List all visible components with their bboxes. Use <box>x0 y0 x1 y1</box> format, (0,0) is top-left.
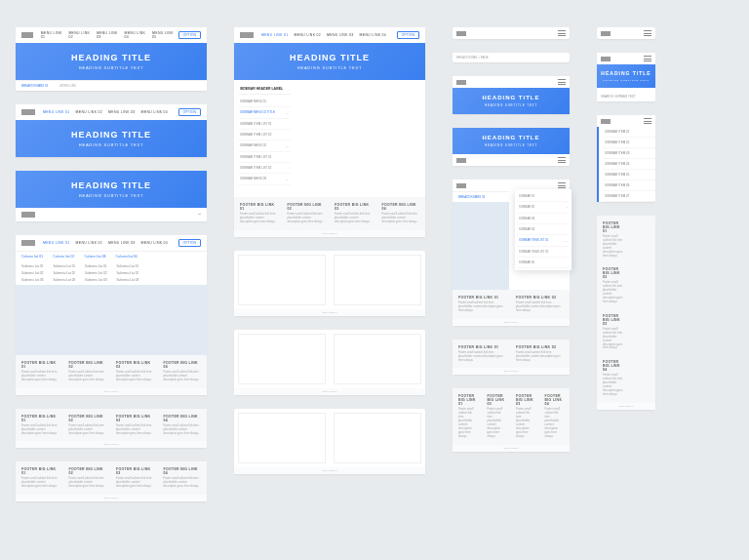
nav-link[interactable]: MENU LINK 01 <box>43 241 70 245</box>
mobile-menu-item[interactable]: SIDEBAR ITEM 07 <box>603 191 655 202</box>
cell[interactable]: Submenu List 03 <box>117 278 139 282</box>
col-header[interactable]: Column list 04 <box>116 255 138 259</box>
footer-head[interactable]: FOOTER BIG LINK 01 <box>458 345 506 349</box>
dropdown-item[interactable]: SIDEBAR 03 <box>517 214 570 224</box>
footer-head[interactable]: FOOTER BIG LINK 04 <box>603 360 624 372</box>
mobile-menu-item[interactable]: SIDEBAR ITEM 05 <box>603 170 655 180</box>
dropdown-item[interactable]: SIDEBAR 05 <box>517 258 570 268</box>
nav-link[interactable]: MENU LINK 02 <box>68 31 91 39</box>
sidebar-item[interactable]: SIDEBAR ITEM LIST 01 <box>238 119 291 130</box>
nav-link[interactable]: MENU LINK 03 <box>108 241 136 245</box>
cta-button[interactable]: OPTION <box>178 31 201 39</box>
menu-icon[interactable] <box>558 79 566 85</box>
menu-icon[interactable] <box>644 56 651 61</box>
cell[interactable]: Submenu List 03 <box>21 278 44 282</box>
footer-head[interactable]: FOOTER BIG LINK 02 <box>488 394 507 406</box>
footer-head[interactable]: FOOTER BIG LINK 02 <box>288 203 326 211</box>
cell[interactable]: Submenu List 01 <box>85 264 107 268</box>
footer-head[interactable]: FOOTER BIG LINK 04 <box>164 467 202 475</box>
col-header[interactable]: Column list 02 <box>53 255 74 259</box>
footer: FOOTER BIG LINK 01Footer small subtext l… <box>16 355 207 388</box>
footer-head[interactable]: FOOTER BIG LINK 03 <box>603 314 624 326</box>
footer-head[interactable]: FOOTER BIG LINK 01 <box>21 415 59 422</box>
footer-head[interactable]: FOOTER BIG LINK 01 <box>21 361 59 369</box>
sidebar-item[interactable]: SIDEBAR ITEM LIST 02 <box>238 163 291 174</box>
footer-head[interactable]: FOOTER BIG LINK 02 <box>69 415 107 422</box>
col-header[interactable]: Column list 01 <box>21 255 43 259</box>
footer-head[interactable]: FOOTER BIG LINK 01 <box>458 394 478 406</box>
mobile-menu-item[interactable]: SIDEBAR ITEM 01 <box>603 127 655 138</box>
nav-link[interactable]: MENU LINK 04 <box>141 110 169 114</box>
mobile-menu-item[interactable]: SIDEBAR ITEM 02 <box>603 138 655 148</box>
mobile-menu-item[interactable]: SIDEBAR ITEM 06 <box>603 180 655 191</box>
footer-head[interactable]: FOOTER BIG LINK 01 <box>21 467 59 475</box>
mobile-menu-item[interactable]: SIDEBAR ITEM 04 <box>603 159 655 170</box>
sidebar-item[interactable]: SIDEBAR ITEM LIST 02 <box>238 130 291 140</box>
footer-head[interactable]: FOOTER BIG LINK 01 <box>240 203 278 211</box>
menu-icon[interactable] <box>644 118 651 124</box>
mobile-menu-item[interactable]: SIDEBAR ITEM 03 <box>603 148 655 159</box>
sidebar-item[interactable]: SIDEBAR MENU 02⌄ <box>238 140 291 152</box>
search-input[interactable]: SEARCH / EXPAND TEXT <box>597 92 655 101</box>
cell[interactable]: Submenu List 02 <box>21 271 44 275</box>
dropdown-item[interactable]: SIDEBAR 02› <box>517 202 570 214</box>
nav-link[interactable]: MENU LINK 05 <box>152 31 175 39</box>
cell[interactable]: Submenu List 03 <box>85 278 107 282</box>
nav-link[interactable]: MENU LINK 02 <box>76 110 103 114</box>
nav-link[interactable]: MENU LINK 03 <box>108 110 136 114</box>
tab[interactable]: MORE LINK <box>55 81 83 91</box>
nav-link[interactable]: MENU LINK 01 <box>43 110 70 114</box>
footer-head[interactable]: FOOTER BIG LINK 01 <box>603 221 624 233</box>
footer-head[interactable]: FOOTER BIG LINK 03 <box>116 415 154 422</box>
sidebar-item[interactable]: SIDEBAR MENU 01 <box>238 97 291 107</box>
footer-head[interactable]: FOOTER BIG LINK 04 <box>382 203 420 211</box>
sidebar-item[interactable]: SIDEBAR MENU 03⌄ <box>238 174 291 185</box>
cta-button[interactable]: OPTION <box>178 108 201 116</box>
cell[interactable]: Submenu List 01 <box>54 264 76 268</box>
cell[interactable]: Submenu List 02 <box>54 271 76 275</box>
tab[interactable]: BREADCRUMBS 01 <box>16 81 55 91</box>
nav-link[interactable]: MENU LINK 01 <box>261 33 289 37</box>
dropdown-item-active[interactable]: SIDEBAR ITEM LIST 01⌄ <box>517 235 570 247</box>
footer-head[interactable]: FOOTER BIG LINK 03 <box>516 394 535 406</box>
footer-head[interactable]: FOOTER BIG LINK 02 <box>603 267 624 279</box>
cta-button[interactable]: OPTION <box>178 239 201 247</box>
menu-icon[interactable] <box>558 30 566 36</box>
dropdown-item[interactable]: SIDEBAR 04 <box>517 224 570 235</box>
cell[interactable]: Submenu List 02 <box>85 271 107 275</box>
nav-link[interactable]: MENU LINK 03 <box>327 33 354 37</box>
cta-button[interactable]: OPTION <box>397 31 419 39</box>
footer-head[interactable]: FOOTER BIG LINK 02 <box>69 361 107 369</box>
cell[interactable]: Submenu List 02 <box>117 271 139 275</box>
nav-link[interactable]: MENU LINK 04 <box>124 31 146 39</box>
menu-icon[interactable] <box>558 157 566 163</box>
footer-head[interactable]: FOOTER BIG LINK 04 <box>164 361 202 369</box>
sidebar-item-active[interactable]: SIDEBAR MENU 01 TITLE⌄ <box>238 107 291 119</box>
dropdown-item[interactable]: SIDEBAR ITEM LIST 02 <box>517 247 570 258</box>
hero: HEADING TITLE HEADING SUBTITLE TEXT <box>453 88 570 114</box>
footer-head[interactable]: FOOTER BIG LINK 03 <box>335 203 373 211</box>
nav-link[interactable]: MENU LINK 04 <box>141 241 169 245</box>
col-header[interactable]: Column list 03 <box>84 255 105 259</box>
tab[interactable]: BREADCRUMBS 01 <box>453 192 492 202</box>
menu-icon[interactable] <box>558 182 566 188</box>
footer-head[interactable]: FOOTER BIG LINK 03 <box>116 467 154 475</box>
nav-link[interactable]: MENU LINK 04 <box>360 33 387 37</box>
cell[interactable]: Submenu List 01 <box>21 264 44 268</box>
footer-head[interactable]: FOOTER BIG LINK 04 <box>545 394 565 406</box>
dropdown-item[interactable]: SIDEBAR 01 <box>517 191 570 202</box>
footer-head[interactable]: FOOTER BIG LINK 02 <box>69 467 107 475</box>
footer-head[interactable]: FOOTER BIG LINK 02 <box>516 296 564 300</box>
nav-link[interactable]: MENU LINK 02 <box>76 241 103 245</box>
nav-link[interactable]: MENU LINK 03 <box>97 31 119 39</box>
cell[interactable]: Submenu List 03 <box>54 278 76 282</box>
footer-head[interactable]: FOOTER BIG LINK 03 <box>116 361 154 369</box>
footer-head[interactable]: FOOTER BIG LINK 02 <box>516 345 564 349</box>
cell[interactable]: Submenu List 01 <box>117 264 139 268</box>
footer-head[interactable]: FOOTER BIG LINK 01 <box>458 296 506 300</box>
nav-link[interactable]: MENU LINK 01 <box>41 31 63 39</box>
footer-head[interactable]: FOOTER BIG LINK 04 <box>164 415 202 422</box>
menu-icon[interactable] <box>644 30 651 36</box>
nav-link[interactable]: MENU LINK 02 <box>295 33 322 37</box>
sidebar-item[interactable]: SIDEBAR ITEM LIST 01 <box>238 152 291 163</box>
